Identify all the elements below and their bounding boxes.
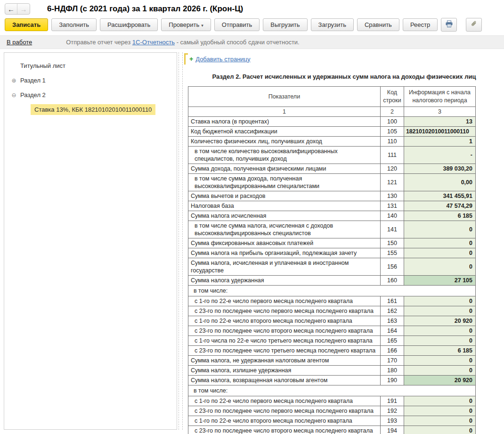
save-button[interactable]: Записать (5, 18, 48, 31)
row-value[interactable]: 0 (404, 258, 476, 275)
table-row: Сумма налога, исчисленная и уплаченная в… (188, 258, 476, 275)
sections-tree-panel: Титульный лист⊕Раздел 1⊖Раздел 2Ставка 1… (4, 52, 177, 430)
table-row: с 23-го по последнее число второго месяц… (188, 426, 476, 434)
row-value[interactable]: 0 (404, 296, 476, 306)
row-label: Количество физических лиц, получивших до… (188, 136, 381, 146)
row-value[interactable]: 1 (404, 136, 476, 146)
row-code: 190 (381, 375, 404, 385)
row-label: с 1-го по 22-е число первого месяца посл… (188, 296, 381, 306)
row-value[interactable]: 0 (404, 426, 476, 434)
row-label: в том числе сумма налога, исчисленная с … (188, 221, 381, 238)
row-label: Ставка налога (в процентах) (188, 116, 381, 126)
row-value[interactable]: - (404, 146, 476, 164)
table-row: с 1-го по 22-е число первого месяца посл… (188, 296, 476, 306)
table-row: с 23-го по последнее число первого месяц… (188, 406, 476, 416)
registry-button[interactable]: Реестр (403, 18, 438, 31)
table-row: Ставка налога (в процентах)10013 (188, 116, 476, 126)
row-value[interactable]: 0 (404, 326, 476, 336)
fill-button[interactable]: Заполнить (51, 18, 97, 31)
row-value[interactable]: 0 (404, 248, 476, 258)
table-row: Сумма налога исчисленная1406 185 (188, 211, 476, 221)
row-code: 105 (381, 126, 404, 136)
table-group-row: в том числе: (188, 385, 476, 396)
check-button[interactable]: Проверить▾ (161, 18, 211, 31)
row-label: с 23-го по последнее число второго месяц… (188, 326, 381, 336)
table-row: Сумма налога, не удержанная налоговым аг… (188, 355, 476, 365)
forward-button[interactable]: → (17, 4, 30, 14)
titlebar: ← → 6-НДФЛ (с 2021 года) за 1 квартал 20… (0, 0, 504, 16)
row-label: Сумма налога, исчисленная и уплаченная в… (188, 258, 381, 275)
sidebar-item-title-page[interactable]: Титульный лист (4, 58, 177, 73)
sidebar-item-section-2[interactable]: ⊖Раздел 2 (4, 88, 177, 102)
print-button[interactable] (441, 18, 457, 32)
collapse-icon[interactable]: ⊖ (10, 92, 17, 98)
row-value[interactable]: 27 105 (404, 275, 476, 285)
row-label: Сумма налога на прибыль организаций, под… (188, 248, 381, 258)
table-row: с 1-го числа по 22-е число третьего меся… (188, 336, 476, 345)
row-value[interactable]: 6 185 (404, 211, 476, 221)
table-row: с 1-го по 22-е число второго месяца посл… (188, 416, 476, 426)
sidebar-item-rate-13[interactable]: Ставка 13%, КБК 18210102010011000110 (4, 102, 177, 117)
import-button[interactable]: Загрузить (311, 18, 354, 31)
table-row: Налоговая база13147 574,29 (188, 201, 476, 211)
row-label: в том числе сумма дохода, полученная выс… (188, 173, 381, 191)
row-label: Сумма налога, излишне удержанная (188, 365, 381, 375)
table-row: Сумма дохода, полученная физическими лиц… (188, 164, 476, 173)
row-label: Сумма вычетов и расходов (188, 191, 381, 201)
row-code: 193 (381, 416, 404, 426)
panel-splitter[interactable] (179, 52, 183, 430)
row-code: 165 (381, 336, 404, 345)
row-code: 192 (381, 406, 404, 416)
report-table: Показатели Код строки Информация с начал… (188, 86, 476, 434)
row-value[interactable]: 0 (404, 416, 476, 426)
row-value[interactable]: 0 (404, 221, 476, 238)
row-value[interactable]: 18210102010011000110 (404, 126, 476, 136)
row-label: в том числе количество высококвалифициро… (188, 146, 381, 164)
row-value[interactable]: 47 574,29 (404, 201, 476, 211)
row-value[interactable]: 0 (404, 396, 476, 406)
row-code: 111 (381, 146, 404, 164)
row-value[interactable]: 0 (404, 336, 476, 345)
row-label: с 23-го по последнее число третьего меся… (188, 345, 381, 355)
table-row: с 23-го по последнее число второго месяц… (188, 326, 476, 336)
decrypt-button[interactable]: Расшифровать (100, 18, 158, 31)
row-value[interactable]: 0 (404, 406, 476, 416)
expand-icon[interactable]: ⊕ (10, 77, 17, 84)
table-numbering-row: 1 2 3 (188, 106, 476, 116)
row-label: Налоговая база (188, 201, 381, 211)
row-code: 170 (381, 355, 404, 365)
row-value[interactable]: 341 455,91 (404, 191, 476, 201)
sidebar-item-section-1[interactable]: ⊕Раздел 1 (4, 73, 177, 88)
send-button[interactable]: Отправить (214, 18, 260, 31)
row-label: Сумма налога, возвращенная налоговым аге… (188, 375, 381, 385)
row-value[interactable]: 0 (404, 355, 476, 365)
row-code: 163 (381, 316, 404, 326)
row-code: 150 (381, 238, 404, 248)
reporting-service-link[interactable]: 1С-Отчетность (132, 39, 175, 46)
back-button[interactable]: ← (5, 4, 17, 14)
sidebar-item-label: Ставка 13%, КБК 18210102010011000110 (31, 104, 155, 115)
row-value[interactable]: 0 (404, 306, 476, 316)
export-button[interactable]: Выгрузить (263, 18, 307, 31)
row-value[interactable]: 20 920 (404, 375, 476, 385)
compare-button[interactable]: Сравнить (357, 18, 399, 31)
row-value[interactable]: 389 030,20 (404, 164, 476, 173)
row-value[interactable]: 0,00 (404, 173, 476, 191)
header-info: Информация с начала налогового периода (404, 87, 476, 107)
numbering-cell: 2 (381, 106, 404, 116)
row-label: Сумма фиксированных авансовых платежей (188, 238, 381, 248)
row-label: Сумма дохода, полученная физическими лиц… (188, 164, 381, 173)
header-code: Код строки (381, 87, 404, 107)
row-value[interactable]: 13 (404, 116, 476, 126)
add-page-link[interactable]: Добавить страницу (195, 56, 250, 63)
row-value[interactable]: 0 (404, 365, 476, 375)
row-value[interactable]: 6 185 (404, 345, 476, 355)
status-state-link[interactable]: В работе (7, 39, 32, 46)
row-value[interactable]: 0 (404, 238, 476, 248)
row-label: с 23-го по последнее число первого месяц… (188, 406, 381, 416)
row-code: 155 (381, 248, 404, 258)
row-code: 140 (381, 211, 404, 221)
row-value[interactable]: 20 920 (404, 316, 476, 326)
attachment-button[interactable] (466, 18, 482, 32)
active-area-marker (184, 53, 188, 65)
